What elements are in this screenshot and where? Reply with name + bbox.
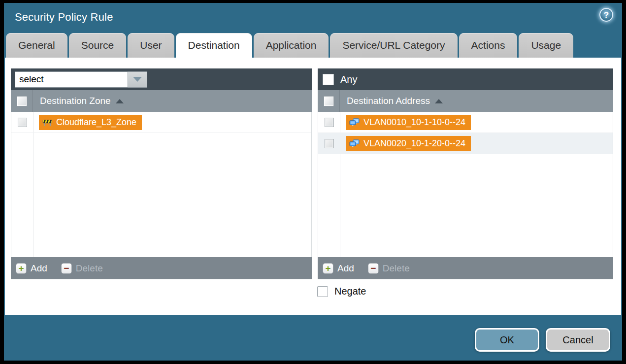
chevron-down-icon — [133, 77, 142, 82]
zone-add-button[interactable]: + Add — [16, 263, 47, 274]
any-checkbox[interactable] — [323, 74, 334, 85]
tab-general[interactable]: General — [6, 33, 67, 58]
zone-delete-button[interactable]: − Delete — [61, 263, 103, 274]
zone-row: Cloudflare_L3_Zone — [11, 112, 311, 133]
address-row: VLAN0020_10-1-20-0--24 — [318, 133, 613, 154]
security-policy-rule-dialog: Security Policy Rule ? General Source Us… — [4, 3, 622, 361]
address-rows: VLAN0010_10-1-10-0--24 — [318, 112, 613, 257]
address-row-checkbox[interactable] — [325, 118, 334, 127]
address-delete-button[interactable]: − Delete — [368, 263, 410, 274]
tab-user[interactable]: User — [128, 33, 174, 58]
address-column-header[interactable]: Destination Address — [318, 90, 613, 112]
cancel-button[interactable]: Cancel — [546, 328, 610, 352]
zone-select-combo[interactable]: select — [15, 71, 147, 88]
address-column-label: Destination Address — [347, 96, 430, 106]
negate-option: Negate — [317, 286, 366, 297]
zone-panel-footer: + Add − Delete — [11, 257, 312, 279]
zone-chip[interactable]: Cloudflare_L3_Zone — [39, 115, 142, 130]
zone-select-value[interactable]: select — [15, 71, 128, 88]
zone-select-dropdown-button[interactable] — [128, 71, 147, 88]
minus-icon: − — [61, 263, 72, 274]
minus-icon: − — [368, 263, 379, 274]
destination-zone-panel: select Destination Zone — [11, 68, 312, 279]
destination-address-panel: Any Destination Address — [318, 68, 613, 279]
destination-tab-content: select Destination Zone — [5, 58, 621, 315]
dialog-title: Security Policy Rule — [15, 11, 113, 24]
zone-row-checkbox[interactable] — [18, 118, 27, 127]
zone-icon — [42, 118, 52, 127]
zone-panel-header: select — [11, 68, 312, 90]
ok-button[interactable]: OK — [475, 328, 539, 352]
zone-rows: Cloudflare_L3_Zone — [11, 112, 312, 257]
screen: Security Policy Rule ? General Source Us… — [0, 0, 626, 364]
address-panel-footer: + Add − Delete — [318, 257, 613, 279]
sort-ascending-icon — [116, 99, 124, 103]
tab-service-url-category[interactable]: Service/URL Category — [330, 33, 457, 58]
zone-column-label: Destination Zone — [40, 96, 111, 106]
address-add-button[interactable]: + Add — [323, 263, 354, 274]
plus-icon: + — [323, 263, 333, 274]
zone-select-all-checkbox[interactable] — [17, 96, 27, 106]
address-row-label: VLAN0010_10-1-10-0--24 — [363, 117, 465, 128]
any-label: Any — [340, 74, 357, 85]
address-icon — [349, 139, 360, 148]
address-icon — [349, 118, 360, 127]
sort-ascending-icon — [435, 99, 443, 103]
address-chip[interactable]: VLAN0020_10-1-20-0--24 — [346, 136, 471, 151]
address-row-checkbox[interactable] — [325, 139, 334, 148]
address-chip[interactable]: VLAN0010_10-1-10-0--24 — [346, 115, 471, 130]
tab-actions[interactable]: Actions — [459, 33, 518, 58]
tab-destination[interactable]: Destination — [176, 33, 252, 58]
zone-row-label: Cloudflare_L3_Zone — [56, 117, 136, 128]
help-icon[interactable]: ? — [599, 8, 613, 22]
address-panel-header: Any — [318, 68, 613, 90]
negate-checkbox[interactable] — [317, 286, 328, 297]
address-row-label: VLAN0020_10-1-20-0--24 — [363, 138, 465, 149]
address-select-all-checkbox[interactable] — [324, 96, 334, 106]
tab-application[interactable]: Application — [254, 33, 329, 58]
tab-usage[interactable]: Usage — [519, 33, 573, 58]
tab-source[interactable]: Source — [69, 33, 127, 58]
negate-label: Negate — [334, 286, 366, 297]
plus-icon: + — [16, 263, 27, 274]
zone-column-header[interactable]: Destination Zone — [11, 90, 312, 112]
address-row: VLAN0010_10-1-10-0--24 — [318, 112, 613, 133]
tab-bar: General Source User Destination Applicat… — [6, 33, 573, 58]
